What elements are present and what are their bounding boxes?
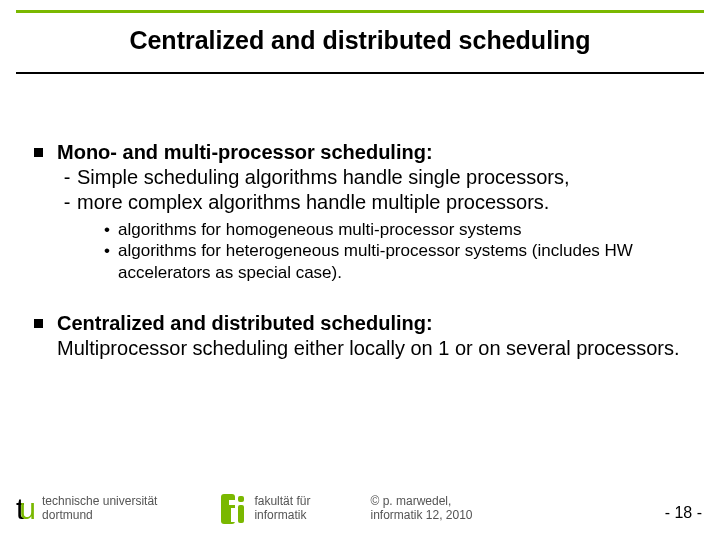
square-bullet-icon (34, 319, 43, 328)
fi-logo-i (238, 496, 244, 523)
bullet-1: Mono- and multi-processor scheduling: - … (34, 140, 686, 283)
bullet-1-head-text: Mono- and multi-processor scheduling: (57, 140, 433, 165)
fi-logo-f (221, 494, 235, 524)
fi-logo (221, 494, 244, 524)
dash-text: more complex algorithms handle multiple … (77, 190, 549, 215)
university-name: technische universität dortmund (42, 495, 157, 523)
fak-line1: fakultät für (254, 495, 310, 509)
bullet-2-body-text: Multiprocessor scheduling either locally… (57, 336, 686, 361)
bullet-1-head: Mono- and multi-processor scheduling: (34, 140, 686, 165)
dot-icon: • (104, 240, 118, 283)
footer: t u technische universität dortmund faku… (0, 488, 720, 530)
bullet-1-body: - Simple scheduling algorithms handle si… (57, 165, 686, 215)
tu-logo-u: u (19, 494, 34, 524)
dash-icon: - (57, 165, 77, 190)
bullet-1-sub: • algorithms for homogeneous multi-proce… (104, 219, 686, 283)
dash-icon: - (57, 190, 77, 215)
copy-line2: informatik 12, 2010 (370, 509, 472, 523)
slide-title: Centralized and distributed scheduling (129, 26, 590, 54)
content-area: Mono- and multi-processor scheduling: - … (34, 140, 686, 389)
title-underline (16, 72, 704, 74)
dot-item: • algorithms for heterogeneous multi-pro… (104, 240, 686, 283)
uni-line2: dortmund (42, 509, 157, 523)
dash-item: - Simple scheduling algorithms handle si… (57, 165, 686, 190)
dash-item: - more complex algorithms handle multipl… (57, 190, 686, 215)
dash-text: Simple scheduling algorithms handle sing… (77, 165, 569, 190)
uni-line1: technische universität (42, 495, 157, 509)
slide: Centralized and distributed scheduling M… (0, 0, 720, 540)
dot-text: algorithms for heterogeneous multi-proce… (118, 240, 686, 283)
dot-item: • algorithms for homogeneous multi-proce… (104, 219, 686, 240)
dot-icon: • (104, 219, 118, 240)
dot-text: algorithms for homogeneous multi-process… (118, 219, 521, 240)
tu-logo: t u (16, 494, 34, 524)
fak-line2: informatik (254, 509, 310, 523)
bullet-2: Centralized and distributed scheduling: … (34, 311, 686, 361)
bullet-2-head-text: Centralized and distributed scheduling: (57, 312, 433, 334)
copyright: © p. marwedel, informatik 12, 2010 (370, 495, 472, 523)
top-accent-rule (16, 10, 704, 13)
square-bullet-icon (34, 148, 43, 157)
faculty-name: fakultät für informatik (254, 495, 310, 523)
copy-line1: © p. marwedel, (370, 495, 472, 509)
title-area: Centralized and distributed scheduling (0, 26, 720, 55)
bullet-2-head: Centralized and distributed scheduling: … (34, 311, 686, 361)
page-number: - 18 - (665, 504, 702, 522)
